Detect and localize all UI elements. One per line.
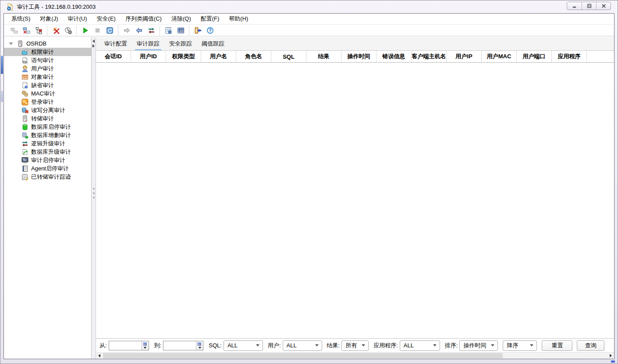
- tree-item-default-audit[interactable]: 缺省审计: [4, 81, 91, 89]
- query-button[interactable]: 查询: [577, 340, 604, 351]
- toolbar-separator: [118, 25, 118, 35]
- exit-button[interactable]: [192, 25, 204, 36]
- properties-button[interactable]: [162, 25, 174, 36]
- collapse-left-icon[interactable]: [92, 39, 95, 43]
- main-panel: 审计配置审计跟踪安全跟踪阈值跟踪 会话ID用户ID权限类型用户名角色名SQL结果…: [96, 37, 614, 359]
- start-button[interactable]: [79, 25, 91, 36]
- tree-item-dump-audit[interactable]: 转储审计: [4, 114, 91, 123]
- workspace: OSRDB权限审计SQL语句审计用户审计对象审计缺省审计MAC审计登录审计读写分…: [4, 37, 614, 359]
- app-filter-select[interactable]: ALL: [400, 340, 440, 351]
- app-window: 审计工具 - 192.168.0.190:2003 系统(S)对象(J)审计(U…: [0, 0, 618, 364]
- menu-sequence-threshold[interactable]: 序列类阈值(C): [121, 14, 167, 24]
- column-header[interactable]: 用户ID: [131, 51, 166, 62]
- expand-right-icon[interactable]: [92, 44, 95, 48]
- menubar: 系统(S)对象(J)审计(U)安全(E)序列类阈值(C)清除(Q)配置(F)帮助…: [4, 14, 614, 25]
- tree-item-db-startstop-audit[interactable]: 数据库启停审计: [4, 123, 91, 131]
- tree-item-dumped-audit-trail[interactable]: 已转储审计踪迹: [4, 173, 91, 181]
- menu-system[interactable]: 系统(S): [7, 14, 35, 24]
- maximize-button[interactable]: [582, 2, 596, 10]
- audit-tree-button[interactable]: [32, 25, 45, 36]
- column-header[interactable]: 用户IP: [447, 51, 482, 62]
- sort-order-select[interactable]: 降序: [503, 340, 537, 351]
- reset-button[interactable]: 重置: [542, 340, 572, 351]
- menu-audit[interactable]: 审计(U): [63, 14, 92, 24]
- sidebar-splitter[interactable]: [91, 37, 96, 359]
- refresh-button[interactable]: [103, 25, 116, 36]
- table-view-button[interactable]: [174, 25, 187, 36]
- tree-item-audit-startstop-audit[interactable]: 审计启停审计: [4, 156, 91, 164]
- column-header[interactable]: 用户MAC: [482, 51, 517, 62]
- column-header[interactable]: 会话ID: [96, 51, 131, 62]
- timer-button[interactable]: [62, 25, 74, 36]
- to-date-picker-button[interactable]: [196, 341, 203, 350]
- sort-order-value: 降序: [507, 342, 527, 350]
- disconnect-button[interactable]: [20, 25, 32, 36]
- tree-item-db-adddrop-audit[interactable]: 数据库增删审计: [4, 131, 91, 139]
- column-header[interactable]: 用户端口: [517, 51, 552, 62]
- swap-button[interactable]: [145, 25, 157, 36]
- menu-object[interactable]: 对象(J): [35, 14, 63, 24]
- back-button[interactable]: [133, 25, 145, 36]
- tree-item-db-upgrade-audit[interactable]: 数据库升级审计: [4, 148, 91, 156]
- from-date-input[interactable]: [109, 341, 149, 350]
- scroll-left-button[interactable]: [96, 353, 103, 359]
- column-header[interactable]: 用户名: [201, 51, 236, 62]
- dock-indicator: [1, 91, 3, 102]
- sql-filter-select[interactable]: ALL: [224, 340, 263, 351]
- menu-help[interactable]: 帮助(H): [224, 14, 253, 24]
- menu-security[interactable]: 安全(E): [92, 14, 121, 24]
- tree-item-user-audit[interactable]: 用户审计: [4, 64, 91, 73]
- menu-config[interactable]: 配置(F): [196, 14, 224, 24]
- column-header[interactable]: 应用程序: [552, 51, 587, 62]
- minimize-button[interactable]: [567, 2, 582, 10]
- tree-item-mac-audit[interactable]: MAC审计: [4, 89, 91, 98]
- result-filter-select[interactable]: 所有: [341, 340, 369, 351]
- permission-audit-icon: [21, 49, 28, 56]
- tree-item-rw-split-audit[interactable]: 读写分离审计: [4, 106, 91, 114]
- column-header[interactable]: 角色名: [236, 51, 271, 62]
- user-filter-select[interactable]: ALL: [283, 340, 322, 351]
- sort-field-select[interactable]: 操作时间: [459, 340, 498, 351]
- column-header[interactable]: 结果: [306, 51, 341, 62]
- table-header: 会话ID用户ID权限类型用户名角色名SQL结果操作时间错误信息客户端主机名用户I…: [96, 51, 614, 63]
- menu-clear[interactable]: 清除(Q): [167, 14, 196, 24]
- horizontal-scrollbar[interactable]: [96, 352, 614, 359]
- tree-item-logic-upgrade-audit[interactable]: 逻辑升级审计: [4, 139, 91, 148]
- tab-audit-trace[interactable]: 审计跟踪: [132, 37, 164, 50]
- expander-down-icon[interactable]: [9, 42, 13, 45]
- sort-field-value: 操作时间: [463, 342, 488, 350]
- column-header[interactable]: 客户端主机名: [412, 51, 447, 62]
- tab-audit-config[interactable]: 审计配置: [99, 37, 132, 50]
- column-header[interactable]: 权限类型: [166, 51, 201, 62]
- stop-icon: [94, 27, 101, 34]
- tab-threshold-trace[interactable]: 阈值跟踪: [197, 37, 229, 50]
- tree-item-permission-audit[interactable]: 权限审计: [4, 48, 91, 56]
- tree-item-agent-startstop-audit[interactable]: Agent启停审计: [4, 164, 91, 173]
- connect-icon: [11, 27, 18, 34]
- column-header[interactable]: SQL: [271, 51, 306, 62]
- scroll-right-button[interactable]: [607, 353, 614, 359]
- scrollbar-thumb[interactable]: [103, 353, 503, 358]
- from-date-picker-button[interactable]: [142, 341, 149, 350]
- audit-tree-icon: [35, 27, 43, 34]
- timer-icon: [64, 27, 72, 34]
- to-date-field[interactable]: [163, 341, 196, 350]
- column-header[interactable]: 操作时间: [341, 51, 376, 62]
- sql-label: SQL:: [209, 342, 222, 349]
- kill-session-icon: [52, 27, 60, 34]
- tree-root-osrdb[interactable]: OSRDB: [4, 39, 91, 48]
- to-date-input[interactable]: [163, 341, 203, 350]
- exit-icon: [194, 27, 202, 34]
- back-icon: [135, 27, 143, 34]
- sql-filter-value: ALL: [227, 342, 253, 349]
- tree-item-login-audit[interactable]: 登录审计: [4, 98, 91, 106]
- tree-item-statement-audit[interactable]: SQL语句审计: [4, 56, 91, 64]
- help-button[interactable]: ?: [204, 25, 216, 36]
- from-date-field[interactable]: [109, 341, 142, 350]
- kill-session-button[interactable]: [50, 25, 62, 36]
- from-label: 从:: [99, 342, 107, 350]
- close-button[interactable]: [596, 2, 611, 10]
- tree-item-object-audit[interactable]: 对象审计: [4, 73, 91, 81]
- column-header[interactable]: 错误信息: [376, 51, 412, 62]
- tab-security-trace[interactable]: 安全跟踪: [164, 37, 197, 50]
